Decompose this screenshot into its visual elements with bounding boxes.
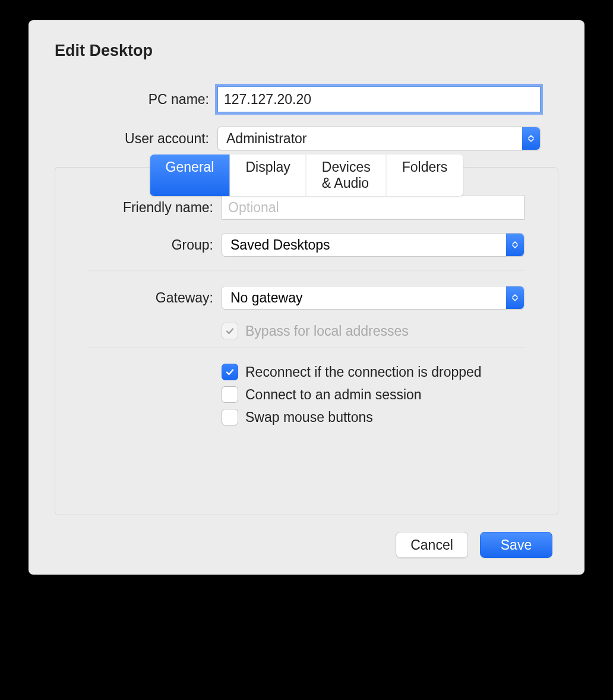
admin-session-label: Connect to an admin session — [245, 387, 422, 403]
user-account-row: User account: Administrator — [29, 127, 584, 150]
tab-display[interactable]: Display — [230, 154, 306, 196]
user-account-select[interactable]: Administrator — [217, 127, 541, 150]
gateway-select[interactable]: No gateway — [222, 286, 524, 310]
swap-mouse-label: Swap mouse buttons — [245, 409, 373, 425]
friendly-name-row: Friendly name: — [55, 195, 558, 220]
divider — [89, 348, 524, 348]
reconnect-row: Reconnect if the connection is dropped — [55, 364, 558, 380]
gateway-value: No gateway — [230, 290, 302, 306]
pc-name-input[interactable] — [217, 86, 541, 112]
group-label: Group: — [55, 237, 222, 253]
cancel-button[interactable]: Cancel — [396, 532, 468, 558]
swap-mouse-checkbox[interactable] — [222, 409, 238, 425]
save-button[interactable]: Save — [480, 532, 552, 558]
group-row: Group: Saved Desktops — [55, 233, 558, 257]
edit-desktop-dialog: Edit Desktop PC name: User account: Admi… — [29, 20, 584, 575]
user-account-value: Administrator — [226, 131, 306, 147]
admin-session-row: Connect to an admin session — [55, 386, 558, 403]
group-select[interactable]: Saved Desktops — [222, 233, 524, 257]
chevron-up-down-icon — [506, 234, 524, 256]
user-account-label: User account: — [29, 131, 217, 147]
tab-bar: General Display Devices & Audio Folders — [150, 154, 463, 196]
tab-general[interactable]: General — [150, 154, 230, 196]
admin-session-checkbox[interactable] — [222, 386, 238, 403]
friendly-name-label: Friendly name: — [55, 200, 222, 216]
gateway-row: Gateway: No gateway — [55, 286, 558, 310]
reconnect-checkbox[interactable] — [222, 364, 238, 380]
dialog-footer: Cancel Save — [29, 515, 584, 558]
friendly-name-input[interactable] — [222, 195, 524, 220]
divider — [89, 270, 524, 270]
group-value: Saved Desktops — [230, 237, 330, 253]
bypass-row: Bypass for local addresses — [55, 323, 558, 339]
pc-name-label: PC name: — [29, 92, 217, 108]
bypass-checkbox — [222, 323, 238, 339]
tab-folders[interactable]: Folders — [387, 154, 463, 196]
chevron-up-down-icon — [522, 127, 540, 150]
pc-name-row: PC name: — [29, 86, 584, 112]
swap-mouse-row: Swap mouse buttons — [55, 409, 558, 425]
dialog-title: Edit Desktop — [29, 42, 584, 86]
bypass-label: Bypass for local addresses — [245, 323, 409, 339]
gateway-label: Gateway: — [55, 290, 222, 306]
chevron-up-down-icon — [506, 286, 524, 309]
settings-panel: General Display Devices & Audio Folders … — [55, 167, 558, 515]
tab-devices-audio[interactable]: Devices & Audio — [306, 154, 387, 196]
reconnect-label: Reconnect if the connection is dropped — [245, 364, 482, 380]
